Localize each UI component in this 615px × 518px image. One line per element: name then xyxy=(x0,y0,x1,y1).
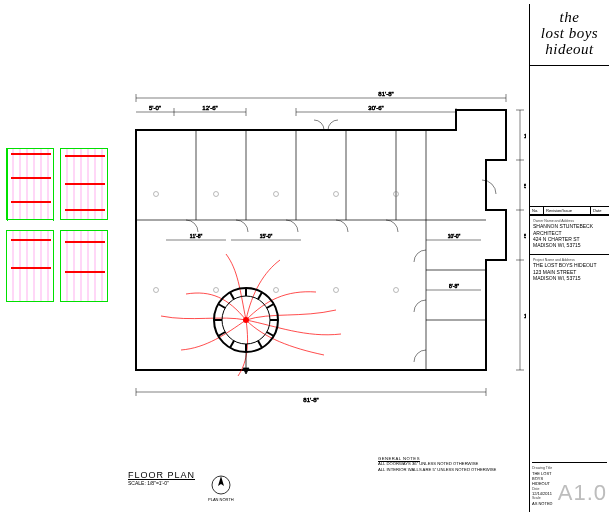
detail-a xyxy=(6,148,54,220)
dim-int-b: 15'-0" xyxy=(260,233,273,239)
floor-plan-title: FLOOR PLAN xyxy=(128,470,195,480)
dim-south-overall: 81'-8" xyxy=(303,397,318,403)
svg-line-30 xyxy=(230,341,234,348)
dim-int-c: 10'-0" xyxy=(448,233,461,239)
svg-point-19 xyxy=(334,288,339,293)
svg-point-17 xyxy=(214,288,219,293)
svg-line-24 xyxy=(258,292,262,299)
svg-point-35 xyxy=(243,317,249,323)
north-arrow: PLAN NORTH xyxy=(208,474,234,502)
svg-point-18 xyxy=(274,288,279,293)
dim-int-a: 11'-8" xyxy=(190,233,203,239)
general-note-2: ALL INTERIOR WALLS ARE 5" UNLESS NOTED O… xyxy=(378,467,496,472)
detail-thumbnails xyxy=(6,148,111,308)
floor-plan-scale: SCALE: 1/8"=1'-0" xyxy=(128,480,195,486)
svg-line-28 xyxy=(258,341,262,348)
general-notes: GENERAL NOTES ALL DOORWAYS 36" UNLESS NO… xyxy=(378,456,496,472)
dim-north-overall: 81'-8" xyxy=(378,91,393,97)
dim-north-b: 12'-6" xyxy=(202,105,217,111)
project-addr2: MADISON WI, 53715 xyxy=(533,275,606,281)
svg-line-25 xyxy=(267,304,274,308)
sheet-scale: AS NOTED xyxy=(532,501,554,506)
svg-line-31 xyxy=(218,332,225,336)
dim-int-d: 8'-8" xyxy=(449,283,459,289)
rev-col-desc: Revision/Issue xyxy=(544,207,591,214)
north-label: PLAN NORTH xyxy=(208,497,234,502)
north-arrow-icon xyxy=(210,474,232,496)
dim-north-a: 5'-0" xyxy=(149,105,161,111)
revision-table-empty xyxy=(530,66,609,206)
project-block: Project Name and Address THE LOST BOYS H… xyxy=(530,254,609,287)
revision-header: No. Revision/Issue Date xyxy=(530,206,609,215)
sheet-info: Drawing Title THE LOST BOYS HIDEOUT Date… xyxy=(532,462,607,506)
tree-feature xyxy=(161,254,341,376)
floor-plan: 81'-8" 5'-0" 12'-6" 30'-6" 81'-8" 50'-0"… xyxy=(126,90,526,450)
dim-east-a: 10'-0" xyxy=(524,133,526,139)
title-line-1: the xyxy=(532,10,607,26)
rev-col-num: No. xyxy=(530,207,544,214)
dim-east-b: 5'-0" xyxy=(524,183,526,189)
title-line-2: lost boys xyxy=(532,26,607,42)
svg-line-33 xyxy=(218,304,225,308)
drawing-area: 81'-8" 5'-0" 12'-6" 30'-6" 81'-8" 50'-0"… xyxy=(0,0,528,518)
detail-c xyxy=(6,230,54,302)
sheet-number: A1.0 xyxy=(558,480,607,506)
svg-point-14 xyxy=(334,192,339,197)
owner-addr2: MADISON WI, 53715 xyxy=(533,242,606,248)
owner-block: Owner Name and Address SHANNON STUNTEBEC… xyxy=(530,215,609,254)
svg-marker-68 xyxy=(218,476,224,486)
detail-b xyxy=(60,148,108,220)
detail-d xyxy=(60,230,108,302)
title-block: the lost boys hideout No. Revision/Issue… xyxy=(529,4,609,512)
svg-line-27 xyxy=(267,332,274,336)
svg-point-16 xyxy=(154,288,159,293)
dim-north-c: 30'-6" xyxy=(368,105,383,111)
svg-line-34 xyxy=(230,292,234,299)
dim-east-c: 5'-0" xyxy=(524,233,526,239)
project-title: the lost boys hideout xyxy=(530,4,609,57)
dim-east-d: 10'-0" xyxy=(524,313,526,319)
svg-point-20 xyxy=(394,288,399,293)
svg-point-13 xyxy=(274,192,279,197)
project-name: THE LOST BOYS HIDEOUT xyxy=(533,262,606,268)
drawing-title: THE LOST BOYS HIDEOUT xyxy=(532,471,554,487)
drawing-label: FLOOR PLAN SCALE: 1/8"=1'-0" xyxy=(128,470,195,486)
svg-point-11 xyxy=(154,192,159,197)
svg-point-12 xyxy=(214,192,219,197)
rev-col-date: Date xyxy=(591,207,609,214)
title-line-3: hideout xyxy=(532,42,607,58)
